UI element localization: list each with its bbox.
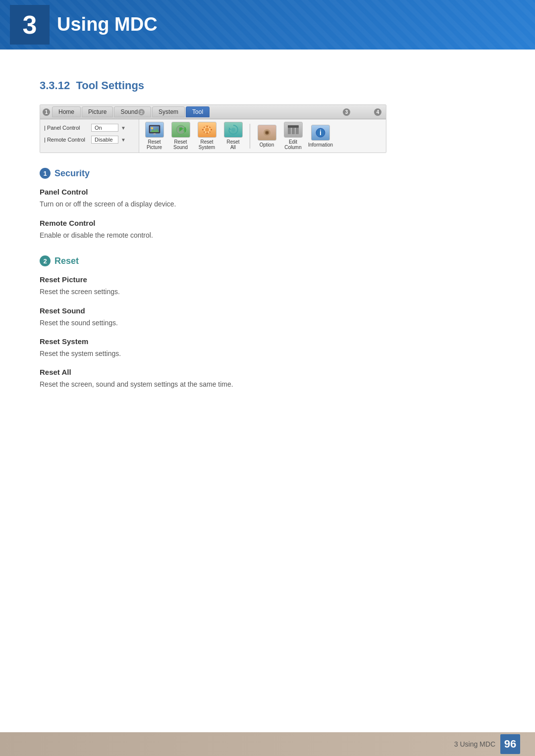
information-icon: i xyxy=(311,125,330,141)
section-reset-heading: 2 Reset xyxy=(40,255,79,266)
reset-system-description: Reset the system settings. xyxy=(40,348,495,359)
reset-sound-description: Reset the sound settings. xyxy=(40,317,495,328)
reset-system-subheading: Reset System xyxy=(40,337,495,346)
reset-all-description: Reset the screen, sound and system setti… xyxy=(40,379,495,390)
reset-all-icon xyxy=(224,122,243,138)
reset-all-subheading: Reset All xyxy=(40,368,495,376)
reset-picture-label: ResetPicture xyxy=(147,139,162,150)
section-security-heading: 1 Security xyxy=(40,168,90,179)
tab-sound-badge: 2 xyxy=(138,109,145,115)
badge-3: 3 xyxy=(343,108,350,116)
tab-system[interactable]: System xyxy=(152,106,185,117)
btn-reset-system[interactable]: ResetSystem xyxy=(196,122,218,150)
badge-4: 4 xyxy=(374,108,381,116)
edit-column-icon xyxy=(284,122,303,138)
information-label: Information xyxy=(308,142,333,148)
footer-text: 3 Using MDC xyxy=(454,740,495,748)
divider-1 xyxy=(250,124,250,149)
panel-row-remote-control: | Remote Control Disable ▼ xyxy=(40,134,139,146)
btn-information[interactable]: i Information xyxy=(308,125,333,148)
reset-sound-label: ResetSound xyxy=(173,139,188,150)
btn-edit-column[interactable]: EditColumn xyxy=(282,122,304,150)
tab-sound[interactable]: Sound2 xyxy=(114,106,151,117)
ui-left-panel: | Panel Control On ▼ | Remote Control Di… xyxy=(40,119,139,152)
chapter-number: 3 xyxy=(23,10,37,40)
btn-reset-picture[interactable]: ResetPicture xyxy=(143,122,165,150)
svg-point-3 xyxy=(151,127,153,129)
badge-1: 1 xyxy=(43,108,50,116)
section-security: 1 Security Panel Control Turn on or off … xyxy=(40,168,495,241)
tab-home[interactable]: Home xyxy=(52,106,81,117)
header-bar: 3 Using MDC xyxy=(0,0,535,50)
svg-point-10 xyxy=(231,128,235,132)
reset-heading-text: Reset xyxy=(54,256,79,266)
ui-toolbar: 1 Home Picture Sound2 System Tool 3 4 xyxy=(40,105,386,119)
security-heading-text: Security xyxy=(54,168,90,179)
ui-content-area: | Panel Control On ▼ | Remote Control Di… xyxy=(40,119,386,152)
option-label: Option xyxy=(260,142,274,148)
remote-control-arrow[interactable]: ▼ xyxy=(121,137,126,143)
section-title: 3.3.12 Tool Settings xyxy=(40,79,495,92)
ui-screenshot: 1 Home Picture Sound2 System Tool 3 4 | … xyxy=(40,104,386,153)
tab-picture[interactable]: Picture xyxy=(82,106,113,117)
btn-reset-all[interactable]: ResetAll xyxy=(222,122,244,150)
remote-control-label: | Remote Control xyxy=(44,137,89,143)
panel-row-panel-control: | Panel Control On ▼ xyxy=(40,122,139,134)
svg-point-13 xyxy=(266,132,268,134)
remote-control-subheading: Remote Control xyxy=(40,219,495,227)
btn-option[interactable]: Option xyxy=(256,125,278,148)
remote-control-description: Enable or disable the remote control. xyxy=(40,230,495,241)
svg-rect-5 xyxy=(154,133,156,134)
option-icon xyxy=(258,125,276,141)
reset-system-icon xyxy=(198,122,216,138)
badge-reset: 2 xyxy=(40,255,51,266)
svg-point-8 xyxy=(205,128,209,132)
reset-picture-subheading: Reset Picture xyxy=(40,275,495,284)
remote-control-value[interactable]: Disable xyxy=(91,136,118,144)
reset-sound-subheading: Reset Sound xyxy=(40,306,495,315)
panel-control-value[interactable]: On xyxy=(91,124,118,132)
reset-system-label: ResetSystem xyxy=(199,139,215,150)
reset-picture-icon xyxy=(145,122,164,138)
chapter-badge: 3 xyxy=(10,5,50,45)
footer-page: 96 xyxy=(500,734,520,754)
reset-picture-description: Reset the screen settings. xyxy=(40,286,495,297)
svg-marker-9 xyxy=(229,127,231,130)
ui-right-panel: ResetPicture ResetSound xyxy=(139,119,386,152)
btn-reset-sound[interactable]: ResetSound xyxy=(169,122,192,150)
panel-control-arrow[interactable]: ▼ xyxy=(121,125,126,131)
badge-security: 1 xyxy=(40,168,51,179)
main-content: 3.3.12 Tool Settings 1 Home Picture Soun… xyxy=(0,50,535,435)
edit-column-label: EditColumn xyxy=(284,139,301,150)
svg-text:i: i xyxy=(320,129,321,137)
reset-sound-icon xyxy=(171,122,190,138)
reset-all-label: ResetAll xyxy=(226,139,239,150)
footer: 3 Using MDC 96 xyxy=(0,732,535,756)
panel-control-subheading: Panel Control xyxy=(40,188,495,196)
tab-tool[interactable]: Tool xyxy=(186,106,210,117)
panel-control-label: | Panel Control xyxy=(44,125,89,131)
panel-control-description: Turn on or off the screen of a display d… xyxy=(40,199,495,209)
svg-rect-17 xyxy=(288,125,299,128)
section-reset: 2 Reset Reset Picture Reset the screen s… xyxy=(40,255,495,390)
header-title: Using MDC xyxy=(57,14,158,35)
